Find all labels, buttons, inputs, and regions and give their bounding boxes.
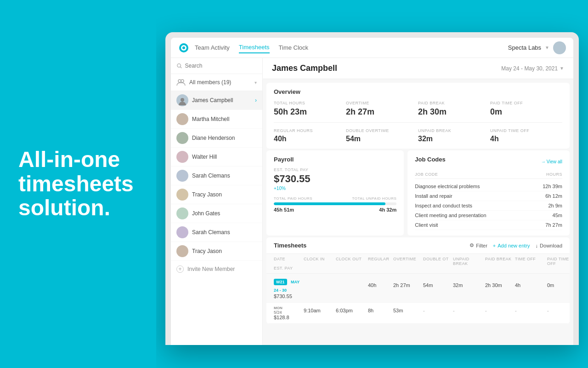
week-badge: W21	[274, 279, 287, 285]
chevron-down-icon[interactable]: ▼	[560, 66, 564, 71]
top-nav: Team Activity Timesheets Time Clock Spec…	[171, 38, 573, 58]
timesheets-header: Timesheets ⚙ Filter + Add new entry	[266, 237, 570, 254]
svg-point-6	[181, 80, 184, 82]
sidebar-item-diane-henderson[interactable]: Diane Henderson	[171, 129, 262, 148]
overview-title: Overview	[274, 88, 562, 95]
filter-icon: ⚙	[469, 242, 474, 248]
chevron-icon: ▾	[254, 80, 257, 85]
main-content: James Campbell May 24 - May 30, 2021 ▼ O…	[263, 58, 573, 345]
member-name: Tracy Jason	[192, 191, 257, 198]
stat-total-hours: TOTAL HOURS 50h 23m	[274, 101, 346, 117]
member-name: Sarah Clemans	[192, 229, 257, 236]
selected-member-name: James Campbell	[272, 63, 501, 73]
view-all-link[interactable]: → View all	[541, 159, 562, 164]
job-codes-title: Job Codes	[415, 156, 445, 163]
hero-section: All-in-one timesheets solution.	[0, 129, 156, 239]
avatar	[176, 94, 188, 106]
sidebar-item-sarah-clemans-1[interactable]: Sarah Clemans	[171, 167, 262, 185]
hours-bar-section: TOTAL PAID HOURS TOTAL UNPAID HOURS 45h …	[274, 196, 396, 213]
all-members-row[interactable]: All members (19) ▾	[171, 74, 262, 91]
add-entry-button[interactable]: + Add new entry	[493, 243, 530, 248]
search-icon	[176, 63, 182, 69]
laptop-wrapper: Team Activity Timesheets Time Clock Spec…	[156, 0, 588, 368]
job-codes-panel: Job Codes → View all JOB CODE HOURS	[407, 150, 570, 236]
member-name: Tracy Jason	[192, 248, 257, 254]
all-members-icon	[176, 78, 186, 87]
unpaid-hours-value: 4h 32m	[379, 207, 396, 213]
avatar	[176, 113, 188, 125]
paid-hours-value: 45h 51m	[274, 207, 294, 213]
sidebar-item-tracy-jason-1[interactable]: Tracy Jason	[171, 185, 262, 204]
avatar	[176, 132, 188, 144]
sidebar-item-walter-hill[interactable]: Walter Hill	[171, 148, 262, 167]
filter-button[interactable]: ⚙ Filter	[469, 242, 487, 248]
payroll-panel: Payroll EST. TOTAL PAY $730.55 +10% TOTA…	[266, 150, 404, 236]
screen: Team Activity Timesheets Time Clock Spec…	[171, 38, 573, 345]
user-avatar[interactable]	[553, 41, 566, 54]
stat-paid-time-off: PAID TIME OFF 0m	[490, 101, 562, 117]
payroll-title: Payroll	[274, 156, 396, 163]
member-name: John Gates	[192, 210, 257, 217]
member-name: Martha Mitchell	[192, 116, 257, 122]
download-button[interactable]: ↓ Download	[536, 243, 562, 248]
hours-bar-fill	[274, 202, 385, 205]
avatar	[176, 207, 188, 219]
svg-point-7	[181, 98, 184, 102]
member-name: Sarah Clemans	[192, 172, 257, 179]
sidebar-item-john-gates[interactable]: John Gates	[171, 204, 262, 223]
svg-point-2	[182, 46, 185, 49]
jc-row-3: Client meeting and presentation 45m	[415, 211, 562, 220]
table-row: MON 5/24 9:10am 6:03pm 8h 53m - - - -	[266, 303, 570, 324]
jc-row-2: Inspect and conduct tests 2h 9m	[415, 201, 562, 211]
search-input[interactable]	[185, 63, 257, 69]
avatar	[176, 226, 188, 238]
chevron-down-icon: ▼	[545, 45, 549, 50]
sidebar: All members (19) ▾ James Campbell ›	[171, 58, 263, 345]
avatar	[176, 151, 188, 163]
app-logo	[178, 42, 189, 53]
app-content: All members (19) ▾ James Campbell ›	[171, 58, 573, 345]
overview-grid-row1: TOTAL HOURS 50h 23m OVERTIME 2h 27m PAID…	[274, 101, 562, 117]
overview-section: Overview TOTAL HOURS 50h 23m OVERTIME 2h…	[266, 83, 570, 149]
jc-row-1: Install and repair 6h 12m	[415, 191, 562, 201]
member-name: James Campbell	[192, 97, 255, 104]
est-total-pay: $730.55	[274, 173, 396, 185]
hero-tagline: All-in-one timesheets solution.	[18, 148, 142, 220]
invite-row[interactable]: + Invite New Member	[171, 261, 262, 277]
date-cell: MON 5/24	[274, 306, 304, 315]
nav-team-activity[interactable]: Team Activity	[195, 42, 230, 53]
table-row: W21 MAY 24 - 30 40h 2h 27m 54m 32m 2h 30…	[266, 274, 570, 303]
arrow-right-icon: →	[541, 159, 546, 164]
company-name: Specta Labs	[508, 44, 541, 51]
svg-line-4	[180, 67, 181, 68]
hours-bar	[274, 202, 396, 205]
nav-time-clock[interactable]: Time Clock	[279, 42, 309, 53]
jc-row-4: Client visit 7h 27m	[415, 220, 562, 230]
sidebar-item-tracy-jason-2[interactable]: Tracy Jason	[171, 242, 262, 261]
main-header: James Campbell May 24 - May 30, 2021 ▼	[263, 58, 573, 79]
laptop: Team Activity Timesheets Time Clock Spec…	[165, 32, 579, 345]
sidebar-item-sarah-clemans-2[interactable]: Sarah Clemans	[171, 223, 262, 242]
jc-row-0: Diagnose electrical problems 12h 39m	[415, 182, 562, 191]
avatar	[176, 189, 188, 201]
arrow-icon: ›	[255, 97, 257, 104]
plus-icon: +	[493, 243, 496, 248]
member-name: Walter Hill	[192, 154, 257, 160]
sidebar-item-martha-mitchell[interactable]: Martha Mitchell	[171, 110, 262, 129]
timesheets-title: Timesheets	[274, 242, 469, 249]
svg-point-5	[178, 80, 181, 82]
overview-grid-row2: REGULAR HOURS 40h DOUBLE OVERTIME 54m UN…	[274, 122, 562, 143]
stat-paid-break: PAID BREAK 2h 30m	[418, 101, 490, 117]
svg-point-3	[177, 64, 181, 68]
avatar	[176, 245, 188, 257]
nav-timesheets[interactable]: Timesheets	[239, 42, 270, 53]
download-icon: ↓	[536, 243, 538, 248]
stat-double-overtime: DOUBLE OVERTIME 54m	[346, 128, 418, 143]
sidebar-item-james-campbell[interactable]: James Campbell ›	[171, 91, 262, 110]
member-name: Diane Henderson	[192, 135, 257, 141]
stat-unpaid-break: UNPAID BREAK 32m	[418, 128, 490, 143]
invite-label: Invite New Member	[187, 266, 235, 272]
date-range: May 24 - May 30, 2021 ▼	[501, 65, 564, 72]
stat-unpaid-time-off: UNPAID TIME OFF 4h	[490, 128, 562, 143]
avatar	[176, 170, 188, 182]
